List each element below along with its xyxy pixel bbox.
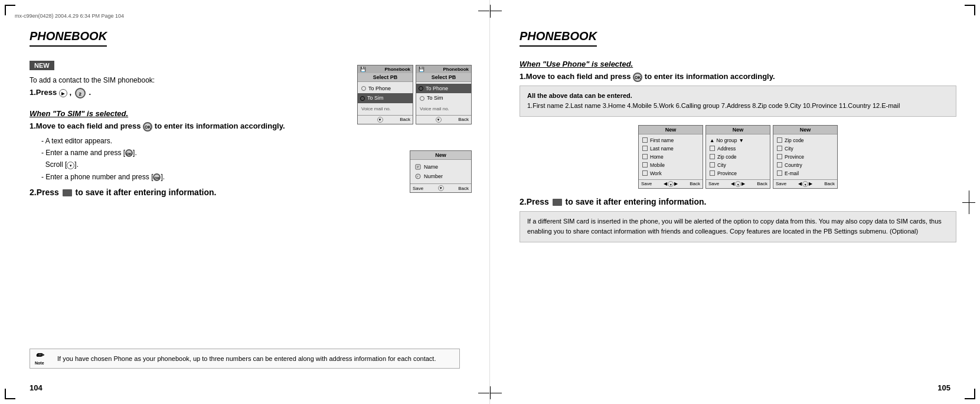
screen1-header: 💾 Phonebook (358, 65, 413, 73)
screen1-back: Back (400, 117, 410, 122)
screen2-body: To Phone To Sim Voice mail no. (416, 82, 471, 115)
cb12 (777, 154, 782, 159)
info-box-items: 1.First name 2.Last name 3.Home 4.Mobile… (527, 101, 949, 111)
cb11 (777, 146, 782, 151)
rs2-body: ▲ No group ▼ Address Zip code City (706, 134, 770, 179)
use-phone-heading: When "Use Phone" is selected. (520, 60, 956, 68)
bullet-2: Enter a name and press [OK]. Scroll [▼]. (41, 147, 466, 171)
cb4 (642, 162, 648, 167)
rs1-r1: First name (642, 136, 699, 144)
ok-btn: OK (143, 122, 152, 132)
new-badge: NEW (30, 61, 54, 70)
rs1-r4: Mobile (642, 161, 699, 169)
new-screen: New Name # Number Save ▼ Back (410, 150, 472, 193)
step1-dot: . (89, 88, 91, 97)
new-screen-body: Name # Number (410, 160, 471, 183)
rs2-r1: Address (710, 144, 766, 153)
use-phone-step1: 1.Move to each field and press OK to ent… (520, 72, 956, 82)
screen1-row1-text: To Phone (368, 84, 391, 93)
screen1-title: Select PB (358, 73, 413, 82)
rs1-save: Save (641, 181, 652, 186)
screen2-title: Select PB (416, 73, 471, 82)
cb5 (642, 170, 648, 176)
screen2-row1: To Phone (416, 84, 471, 93)
left-page: PHONEBOOK NEW To add a contact to the SI… (0, 0, 490, 404)
rs3-r5: E-mail (777, 169, 834, 178)
radio2-filled (360, 96, 365, 101)
note-text: If you have chosen Phone as your phonebo… (57, 354, 436, 364)
rs3-title: New (773, 126, 837, 134)
rs1-footer: Save ◀ ▼ ▶ Back (639, 179, 703, 188)
name-icon (415, 164, 421, 170)
page-number-left: 104 (30, 383, 43, 392)
rs3-save: Save (776, 181, 786, 186)
phone-screen-1: 💾 Phonebook Select PB To Phone To Sim Vo… (357, 65, 413, 124)
right-section-title: PHONEBOOK (520, 29, 597, 47)
screen2-nav: ▼ (436, 117, 442, 123)
rs2-nogroup: No group (716, 136, 737, 144)
screen2-back: Back (458, 117, 469, 122)
new-screen-back: Back (458, 186, 469, 191)
new-screen-title: New (410, 151, 471, 160)
rs2-save: Save (708, 181, 719, 186)
rs2-title: New (706, 126, 770, 134)
rs2-back: Back (757, 181, 767, 186)
screen1-nav: ▼ (377, 117, 383, 123)
rs2-footer: Save ◀ ▼ ▶ Back (706, 179, 770, 188)
radio3-filled (419, 86, 423, 91)
ok-btn-right: OK (633, 73, 642, 82)
cb8 (710, 162, 715, 167)
cb1 (642, 137, 648, 143)
rs3-r2: City (777, 144, 834, 153)
screen1-row1: To Phone (361, 84, 409, 93)
rs3-back: Back (824, 181, 835, 186)
rs2-r2: Zip code (710, 153, 766, 161)
note-icon-area: ✏ Note (35, 351, 44, 367)
note-box: ✏ Note If you have chosen Phone as your … (30, 349, 460, 369)
radio1 (361, 86, 366, 91)
rs3-r1: Zip code (777, 136, 834, 144)
bullet-3: Enter a phone number and press [OK]. (41, 171, 466, 183)
scroll-icon: ▼ (67, 162, 74, 169)
screen1-footer: ▼ Back (358, 115, 413, 124)
rs1-body: First name Last name Home Mobile (639, 134, 703, 179)
notif-text: If a different SIM card is inserted in t… (527, 218, 942, 235)
rs1-r3: Home (642, 153, 699, 161)
note-label: Note (35, 360, 44, 367)
screen1-pb-label: Phonebook (384, 67, 410, 72)
right-page: PHONEBOOK When "Use Phone" is selected. … (490, 0, 980, 404)
nav-icon: ▶ (59, 89, 67, 97)
radio4 (420, 96, 424, 101)
page-wrapper: mx-c99en(0428) 2004.4.29 6:34 PM Page 10… (0, 0, 980, 404)
phone-screen-2: 💾 Phonebook Select PB To Phone To Sim Vo… (416, 65, 472, 124)
ok-bracket-2: OK (153, 173, 161, 181)
bullet-list: A text editor appears. Enter a name and … (41, 135, 466, 183)
right-screen-2: New ▲ No group ▼ Address Zip code (705, 125, 770, 189)
rs1-r5: Work (642, 169, 699, 178)
rs3-nav: ◀ ▼ ▶ (798, 181, 812, 187)
phone-mockups-top: 💾 Phonebook Select PB To Phone To Sim Vo… (357, 65, 472, 124)
screen2-footer: ▼ Back (416, 115, 471, 124)
info-box: All the above data can be entered. 1.Fir… (520, 86, 956, 117)
screen1-row2: To Sim (358, 93, 413, 103)
rs2-group-row: ▲ No group ▼ (710, 136, 766, 144)
screen2-row2: To Sim (420, 93, 468, 103)
rs3-footer: Save ◀ ▼ ▶ Back (773, 179, 837, 188)
new-screen-nav: ▼ (438, 185, 444, 191)
step1-label: 1.Press (30, 88, 57, 97)
right-screen-3: New Zip code City Province (773, 125, 838, 189)
rs3-r3: Province (777, 153, 834, 161)
screen2-header: 💾 Phonebook (416, 65, 471, 73)
page-number-right: 105 (937, 383, 950, 392)
cb13 (777, 162, 782, 167)
screen2-row1-text: To Phone (426, 84, 448, 93)
screen2-voicemail: Voice mail no. (420, 106, 468, 113)
rs3-body: Zip code City Province Country (773, 134, 837, 179)
screen1-row2-text: To Sim (367, 94, 384, 102)
rs1-back: Back (690, 181, 700, 186)
rs3-r4: Country (777, 161, 834, 169)
cb2 (642, 146, 648, 151)
cb3 (642, 154, 648, 159)
note-symbol: ✏ (35, 351, 43, 360)
new-screen-row1: Name (415, 162, 466, 172)
